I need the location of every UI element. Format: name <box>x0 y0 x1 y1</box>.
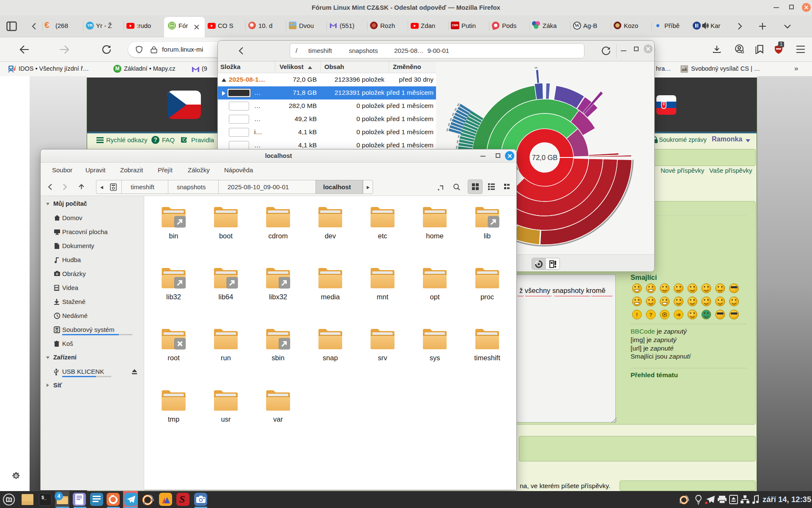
svg-text:etc: etc <box>378 232 387 240</box>
svg-text:lib: lib <box>484 232 491 240</box>
svg-text:snap: snap <box>323 354 338 362</box>
svg-text:tmp: tmp <box>168 415 180 423</box>
svg-text:home: home <box>426 232 443 240</box>
svg-text:72,0 GB: 72,0 GB <box>532 154 558 161</box>
svg-text:⦿: ⦿ <box>662 312 667 318</box>
svg-text:srv: srv <box>378 354 388 362</box>
svg-text:media: media <box>321 293 340 301</box>
svg-text:var: var <box>273 415 283 423</box>
svg-text:bin: bin <box>169 232 178 240</box>
svg-text:mnt: mnt <box>377 293 389 301</box>
svg-text:opt: opt <box>430 293 440 301</box>
svg-text:boot: boot <box>219 232 233 240</box>
svg-text:lib64: lib64 <box>219 293 233 301</box>
svg-text:!: ! <box>636 312 638 318</box>
svg-text:?: ? <box>649 312 653 318</box>
svg-text:usr: usr <box>221 415 231 423</box>
svg-text:sys: sys <box>430 354 440 362</box>
svg-text:root: root <box>167 354 180 362</box>
svg-text:proc: proc <box>480 293 494 301</box>
svg-text:sbin: sbin <box>272 354 284 362</box>
svg-text:lib32: lib32 <box>166 293 181 301</box>
svg-text:run: run <box>221 354 231 362</box>
svg-text:timeshift: timeshift <box>474 354 500 362</box>
svg-text:libx32: libx32 <box>269 293 287 301</box>
svg-text:➔: ➔ <box>676 312 681 318</box>
svg-text:dev: dev <box>325 232 336 240</box>
svg-text:cdrom: cdrom <box>269 232 288 240</box>
